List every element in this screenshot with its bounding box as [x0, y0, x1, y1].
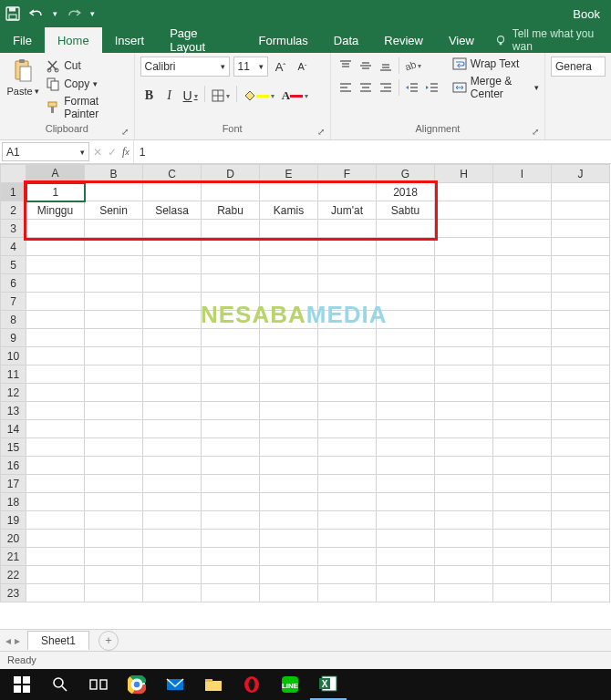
cell[interactable] — [435, 183, 493, 201]
cell[interactable] — [202, 530, 260, 548]
cell[interactable] — [435, 402, 493, 420]
cell[interactable] — [377, 347, 435, 365]
cell[interactable] — [26, 566, 85, 584]
cell[interactable] — [493, 347, 552, 365]
tab-file[interactable]: File — [0, 27, 45, 53]
cell[interactable] — [143, 256, 202, 274]
row-header[interactable]: 9 — [1, 329, 26, 347]
row-header[interactable]: 7 — [1, 293, 26, 311]
cell[interactable] — [493, 220, 552, 238]
column-header[interactable]: I — [493, 165, 552, 183]
cell[interactable] — [143, 420, 202, 438]
row-header[interactable]: 14 — [1, 420, 26, 438]
tell-me[interactable]: Tell me what you wan — [487, 27, 611, 53]
cell[interactable] — [85, 475, 143, 493]
bold-button[interactable]: B — [140, 86, 159, 106]
cell[interactable]: Selasa — [143, 201, 202, 220]
cell[interactable] — [202, 347, 260, 365]
cell[interactable] — [143, 329, 202, 347]
cell[interactable] — [377, 329, 435, 347]
shrink-font-button[interactable]: Aˇ — [294, 57, 312, 77]
cell[interactable] — [552, 329, 610, 347]
cell[interactable] — [435, 347, 493, 365]
cell[interactable] — [202, 256, 260, 274]
row-header[interactable]: 8 — [1, 311, 26, 329]
row-header[interactable]: 4 — [1, 238, 26, 256]
cell[interactable] — [26, 420, 85, 438]
cell[interactable] — [318, 548, 377, 566]
cell[interactable] — [26, 457, 85, 475]
cell[interactable] — [377, 274, 435, 293]
align-center-button[interactable] — [357, 78, 375, 97]
cell[interactable] — [435, 365, 493, 384]
column-header[interactable]: E — [260, 165, 318, 183]
cell[interactable] — [260, 584, 318, 602]
column-header[interactable]: H — [435, 165, 493, 183]
cell[interactable] — [377, 511, 435, 530]
cell[interactable] — [493, 384, 552, 402]
cell[interactable] — [493, 201, 552, 220]
cell[interactable] — [552, 384, 610, 402]
cell[interactable] — [318, 365, 377, 384]
paste-button[interactable]: Paste▾ — [5, 57, 40, 97]
cell[interactable] — [202, 274, 260, 293]
alignment-launcher-icon[interactable]: ⤢ — [532, 127, 539, 137]
cell[interactable] — [143, 238, 202, 256]
cell[interactable] — [318, 402, 377, 420]
cell[interactable] — [318, 183, 377, 201]
cell[interactable] — [318, 384, 377, 402]
cell[interactable] — [318, 566, 377, 584]
cell[interactable] — [260, 365, 318, 384]
cell[interactable] — [552, 548, 610, 566]
row-header[interactable]: 19 — [1, 511, 26, 530]
cell[interactable] — [260, 548, 318, 566]
cell[interactable] — [435, 548, 493, 566]
cell[interactable] — [143, 293, 202, 311]
undo-dropdown-icon[interactable]: ▾ — [53, 9, 57, 18]
column-header[interactable]: D — [202, 165, 260, 183]
cell[interactable] — [552, 365, 610, 384]
cell[interactable] — [260, 438, 318, 457]
cell[interactable] — [202, 311, 260, 329]
cell[interactable] — [85, 438, 143, 457]
cell[interactable] — [260, 311, 318, 329]
cell[interactable]: Minggu — [26, 201, 85, 220]
cell[interactable] — [318, 293, 377, 311]
cell[interactable] — [260, 347, 318, 365]
cell[interactable] — [318, 420, 377, 438]
column-header[interactable]: G — [377, 165, 435, 183]
cell[interactable] — [435, 329, 493, 347]
cell[interactable] — [260, 256, 318, 274]
tab-home[interactable]: Home — [45, 27, 102, 53]
cell[interactable] — [435, 311, 493, 329]
row-header[interactable]: 11 — [1, 365, 26, 384]
cell[interactable] — [377, 238, 435, 256]
cell[interactable] — [143, 220, 202, 238]
cell[interactable] — [435, 438, 493, 457]
cell[interactable] — [493, 183, 552, 201]
cell[interactable] — [85, 384, 143, 402]
cell[interactable] — [26, 311, 85, 329]
name-box[interactable]: A1▾ — [2, 142, 89, 161]
cell[interactable] — [493, 530, 552, 548]
cell[interactable] — [260, 220, 318, 238]
cell[interactable] — [435, 566, 493, 584]
cell[interactable] — [143, 384, 202, 402]
row-header[interactable]: 17 — [1, 475, 26, 493]
cell[interactable] — [202, 584, 260, 602]
cell[interactable] — [552, 238, 610, 256]
cell[interactable] — [377, 584, 435, 602]
cell[interactable] — [143, 438, 202, 457]
cell[interactable] — [318, 457, 377, 475]
column-header[interactable]: J — [552, 165, 610, 183]
cell[interactable] — [318, 347, 377, 365]
border-button[interactable]: ▾ — [209, 86, 233, 106]
cell[interactable] — [318, 438, 377, 457]
cell[interactable] — [202, 493, 260, 511]
row-header[interactable]: 20 — [1, 530, 26, 548]
cell[interactable] — [260, 493, 318, 511]
cell[interactable] — [552, 530, 610, 548]
cell[interactable] — [493, 420, 552, 438]
cell[interactable] — [435, 238, 493, 256]
cell[interactable] — [85, 530, 143, 548]
